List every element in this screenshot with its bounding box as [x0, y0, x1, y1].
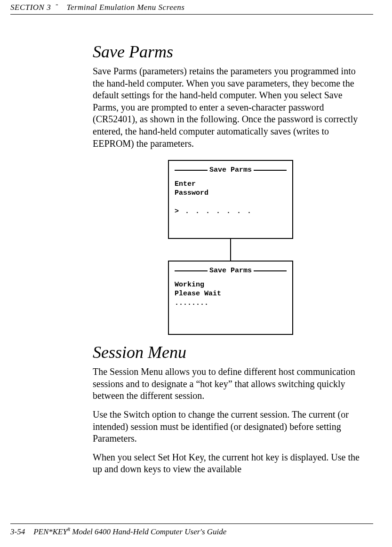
save-parms-body: Save Parms (parameters) retains the para… [93, 65, 368, 150]
save-parms-heading: Save Parms [93, 42, 368, 62]
screen1-title-line-left [175, 170, 208, 171]
screen2-line2: Please Wait [175, 289, 287, 299]
screen1-prompt: > . . . . . . . [175, 207, 287, 216]
session-menu-heading: Session Menu [93, 342, 368, 362]
screen1-title-row: Save Parms [175, 166, 287, 175]
screen1-line2: Password [175, 189, 287, 198]
screen-save-parms-working: Save Parms Working Please Wait ........ [168, 261, 293, 335]
screen1-title-line-right [254, 170, 287, 171]
screen2-title-line-left [175, 270, 208, 271]
footer-product: PEN*KEYR Model 6400 Hand-Held Computer U… [33, 527, 226, 537]
header-title: Terminal Emulation Menu Screens [67, 3, 185, 12]
screens-container: Save Parms Enter Password > . . . . . . … [93, 160, 368, 335]
screen2-title-row: Save Parms [175, 266, 287, 276]
header-quote: " [56, 2, 58, 10]
footer-product-prefix: PEN*KEY [33, 527, 67, 536]
footer-pagenum: 3-54 [10, 527, 25, 537]
screen1-title: Save Parms [208, 166, 254, 175]
page-footer: 3-54 PEN*KEYR Model 6400 Hand-Held Compu… [10, 523, 373, 537]
screen2-dots: ........ [175, 299, 287, 308]
section-label: SECTION 3 [10, 3, 51, 12]
footer-product-suffix: Model 6400 Hand-Held Computer User's Gui… [70, 527, 226, 536]
session-menu-p3: When you select Set Hot Key, the current… [93, 452, 368, 476]
screen2-title-line-right [254, 270, 287, 271]
page-content: Save Parms Save Parms (parameters) retai… [93, 42, 368, 476]
screen2-title: Save Parms [208, 266, 254, 276]
session-menu-p1: The Session Menu allows you to define di… [93, 366, 368, 402]
screen-connector [230, 239, 231, 261]
screen2-line1: Working [175, 280, 287, 290]
screen-save-parms-password: Save Parms Enter Password > . . . . . . … [168, 160, 293, 239]
screen1-blank [175, 198, 287, 207]
screen1-line1: Enter [175, 180, 287, 189]
page-header: SECTION 3 " Terminal Emulation Menu Scre… [10, 0, 373, 15]
session-menu-p2: Use the Switch option to change the curr… [93, 409, 368, 445]
